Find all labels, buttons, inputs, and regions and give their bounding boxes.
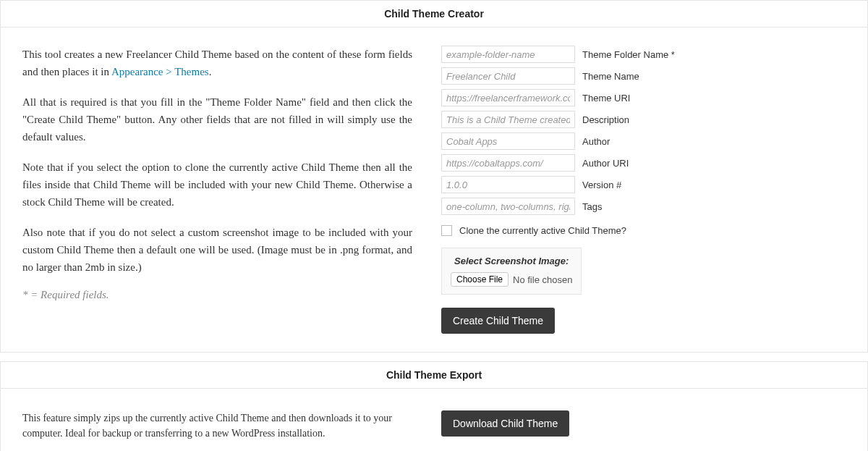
file-input-row: Choose File No file chosen (451, 272, 572, 287)
export-button-column: Download Child Theme (434, 410, 846, 441)
field-row-tags: Tags (441, 198, 846, 215)
screenshot-box: Select Screenshot Image: Choose File No … (441, 248, 582, 295)
field-row-author-uri: Author URI (441, 154, 846, 172)
creator-para3: Note that if you select the option to cl… (22, 159, 412, 211)
description-label: Description (582, 114, 629, 125)
choose-file-button[interactable]: Choose File (451, 272, 509, 287)
export-panel-body: This feature simply zips up the currentl… (1, 389, 867, 451)
create-button-row: Create Child Theme (441, 308, 846, 334)
field-row-description: Description (441, 111, 846, 128)
field-row-author: Author (441, 132, 846, 150)
version-label: Version # (582, 180, 621, 190)
author-uri-label: Author URI (582, 158, 629, 169)
tags-input[interactable] (441, 198, 575, 215)
theme-name-input[interactable] (441, 67, 575, 85)
theme-folder-name-input[interactable] (441, 46, 575, 63)
creator-intro-prefix: This tool creates a new Freelancer Child… (22, 49, 412, 77)
author-input[interactable] (441, 132, 575, 150)
creator-description-column: This tool creates a new Freelancer Child… (22, 46, 434, 334)
creator-para2: All that is required is that you fill in… (22, 93, 412, 146)
field-row-folder-name: Theme Folder Name * (441, 46, 846, 63)
appearance-themes-link[interactable]: Appearance > Themes (111, 66, 209, 77)
creator-panel-title: Child Theme Creator (1, 1, 867, 28)
version-input[interactable] (441, 176, 575, 193)
author-label: Author (582, 136, 610, 147)
field-row-version: Version # (441, 176, 846, 193)
clone-checkbox-label: Clone the currently active Child Theme? (459, 225, 626, 236)
creator-para4: Also note that if you do not select a cu… (22, 224, 412, 276)
export-description-column: This feature simply zips up the currentl… (22, 410, 434, 441)
author-uri-input[interactable] (441, 154, 575, 172)
theme-uri-input[interactable] (441, 89, 575, 106)
theme-folder-name-label: Theme Folder Name * (582, 49, 675, 60)
field-row-theme-uri: Theme URI (441, 89, 846, 106)
required-fields-note: * = Required fields. (22, 289, 412, 301)
field-row-theme-name: Theme Name (441, 67, 846, 85)
export-panel-title: Child Theme Export (1, 362, 867, 389)
tags-label: Tags (582, 201, 602, 212)
theme-uri-label: Theme URI (582, 93, 630, 104)
creator-intro-suffix: . (209, 66, 212, 77)
download-child-theme-button[interactable]: Download Child Theme (441, 410, 569, 437)
screenshot-title: Select Screenshot Image: (451, 256, 572, 266)
child-theme-export-panel: Child Theme Export This feature simply z… (0, 361, 868, 451)
export-description: This feature simply zips up the currentl… (22, 410, 412, 441)
clone-checkbox-row: Clone the currently active Child Theme? (441, 225, 846, 236)
clone-checkbox[interactable] (441, 225, 452, 236)
creator-intro-paragraph: This tool creates a new Freelancer Child… (22, 46, 412, 80)
creator-form-column: Theme Folder Name * Theme Name Theme URI… (434, 46, 846, 334)
description-input[interactable] (441, 111, 575, 128)
create-child-theme-button[interactable]: Create Child Theme (441, 308, 555, 334)
theme-name-label: Theme Name (582, 71, 639, 82)
creator-panel-body: This tool creates a new Freelancer Child… (1, 28, 867, 352)
child-theme-creator-panel: Child Theme Creator This tool creates a … (0, 0, 868, 353)
file-status-text: No file chosen (513, 274, 572, 285)
